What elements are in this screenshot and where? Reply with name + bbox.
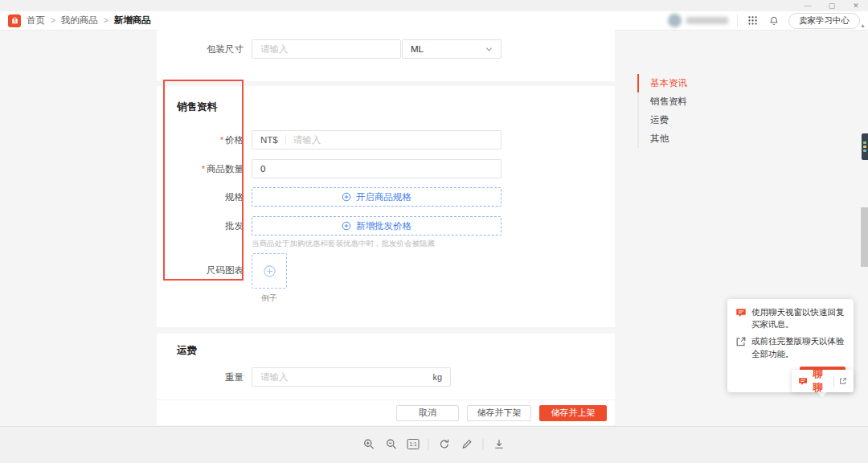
plus-circle-icon [263,264,276,278]
chat-divider [833,376,834,387]
seller-learning-center-button[interactable]: 卖家学习中心 [788,13,860,29]
download-icon[interactable] [493,437,506,451]
chat-tip-row: 或前往完整版聊天以体验全部功能。 [735,335,845,359]
scrollbar-up-arrow[interactable]: ▲ [860,23,866,28]
add-wholesale-button[interactable]: 新增批发价格 [252,216,502,236]
shipping-card: 运费 重量 kg [157,334,615,399]
chat-bubble-icon [735,307,747,318]
edit-pencil-icon[interactable] [461,437,474,451]
section-anchor-nav: 基本资讯 销售资料 运费 其他 [637,74,687,148]
breadcrumb-separator: > [104,16,108,25]
extension-tab-stripe [863,141,866,144]
shopee-logo-icon[interactable]: S [8,14,21,27]
save-and-delist-button[interactable]: 储存并下架 [467,405,531,421]
package-size-input[interactable] [260,44,392,54]
avatar [668,14,682,27]
price-label: *价格 [157,134,244,146]
wholesale-hint: 当商品处于加购优惠和套装优惠中时，批发价会被隐藏 [252,239,435,249]
screenshot-viewer-bar: 1:1 [0,426,868,463]
actual-size-icon[interactable]: 1:1 [407,439,420,449]
cancel-button[interactable]: 取消 [396,405,459,421]
popout-chat-icon[interactable] [839,376,847,386]
package-size-label: 包装尺寸 [157,43,244,55]
weight-label: 重量 [157,371,244,383]
zoom-out-icon[interactable] [385,437,399,451]
size-chart-example-label[interactable]: 例子 [252,293,287,304]
sales-info-title: 销售资料 [177,100,217,114]
variation-label: 规格 [157,191,244,203]
header-divider [737,14,738,27]
chat-tip-text: 使用聊天视窗以快速回复买家讯息。 [751,306,845,330]
notifications-bell-icon[interactable] [768,14,780,27]
quantity-input-wrap [252,159,502,178]
plus-circle-icon [342,192,351,202]
quantity-input[interactable] [260,164,493,174]
save-and-publish-button[interactable]: 储存并上架 [539,405,607,421]
apps-grid-icon[interactable] [747,14,759,27]
chevron-down-icon [485,46,493,53]
price-input-wrap: NT$ [252,130,502,150]
window-titlebar: — ▢ ✕ [0,0,868,11]
account-name-redacted [686,17,728,24]
quantity-label: *商品数量 [157,163,244,175]
breadcrumb-home[interactable]: 首页 [27,14,45,27]
basic-info-card: 包装尺寸 ML [157,30,615,81]
chat-launcher-label: 聊聊 [813,367,829,395]
package-size-input-wrap [252,39,401,59]
anchor-others[interactable]: 其他 [637,129,687,148]
anchor-basic-info[interactable]: 基本资讯 [637,74,687,92]
weight-input-wrap: kg [252,367,451,387]
viewer-tools: 1:1 [362,437,506,451]
screen: — ▢ ✕ S 首页 > 我的商品 > 新增商品 [0,0,868,463]
breadcrumb-new-product: 新增商品 [114,14,151,27]
svg-text:S: S [14,19,16,23]
package-size-unit-value: ML [411,44,424,54]
size-chart-label: 尺码图表 [157,264,244,277]
chat-bubble-icon [798,375,808,387]
enable-variation-button[interactable]: 开启商品规格 [252,187,502,207]
package-size-unit-select[interactable]: ML [402,39,502,59]
price-currency-prefix: NT$ [260,135,286,145]
window-maximize-button[interactable]: ▢ [820,0,844,11]
extension-tab-stripe [863,150,866,152]
size-chart-upload-box[interactable] [252,253,287,289]
chat-tip-text: 或前往完整版聊天以体验全部功能。 [751,335,845,359]
scrollbar-thumb[interactable] [861,207,868,267]
sales-info-card: 销售资料 *价格 NT$ *商品数量 规格 开启商品规格 批发 [157,86,615,327]
window-minimize-button[interactable]: — [796,0,820,11]
anchor-shipping[interactable]: 运费 [637,111,687,129]
chat-launcher[interactable]: 聊聊 [792,370,854,392]
refresh-icon[interactable] [438,437,452,451]
app-header: S 首页 > 我的商品 > 新增商品 [0,11,868,31]
form-footer: 取消 储存并下架 储存并上架 [157,399,615,425]
browser-extension-tab[interactable] [862,133,868,160]
breadcrumb-my-products[interactable]: 我的商品 [61,14,98,27]
open-full-chat-icon [735,336,747,347]
required-mark: * [220,136,223,145]
toolbar-divider [428,439,429,450]
toolbar-divider [483,439,484,450]
required-mark: * [202,165,205,174]
extension-tab-stripe [863,145,866,148]
wholesale-label: 批发 [157,220,244,232]
anchor-sales-info[interactable]: 销售资料 [637,92,687,111]
breadcrumb-separator: > [51,16,55,25]
window-close-button[interactable]: ✕ [844,0,868,11]
weight-input[interactable] [260,372,426,382]
chat-tip-row: 使用聊天视窗以快速回复买家讯息。 [735,306,845,330]
shipping-title: 运费 [177,344,197,358]
price-input[interactable] [293,135,493,145]
zoom-in-icon[interactable] [362,437,376,451]
account-info-blurred[interactable] [668,14,728,27]
plus-circle-icon [342,221,351,231]
weight-unit: kg [432,372,442,382]
